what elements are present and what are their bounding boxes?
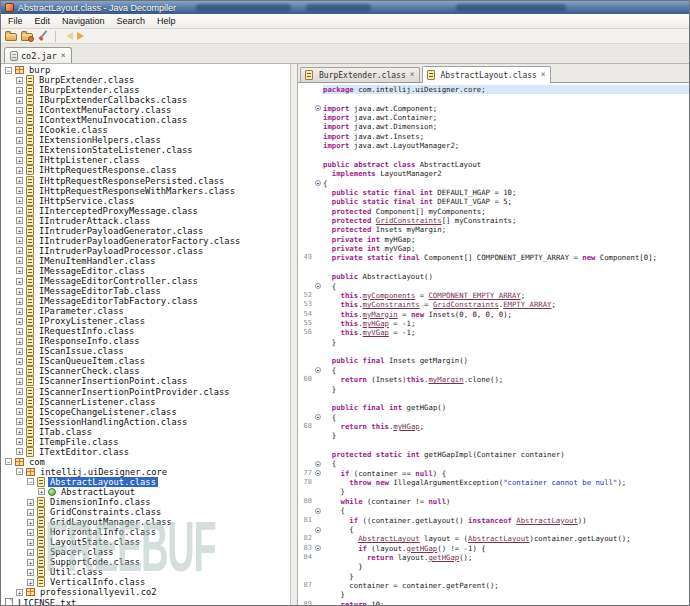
tree-item[interactable]: +IMessageEditorTab.class [1, 286, 290, 296]
tree-item[interactable]: +IParameter.class [1, 306, 290, 316]
tree-item[interactable]: +IBurpExtender.class [1, 85, 290, 95]
editor-tab[interactable]: AbstractLayout.class× [422, 66, 551, 83]
fold-marker-icon[interactable] [315, 470, 321, 476]
tree-item[interactable]: +IScopeChangeListener.class [1, 407, 290, 417]
expand-toggle-icon[interactable]: + [16, 207, 23, 214]
close-icon[interactable]: × [61, 52, 66, 60]
tree-item[interactable]: +professionallyevil.co2 [1, 587, 290, 597]
collapse-toggle-icon[interactable]: − [16, 468, 23, 475]
expand-toggle-icon[interactable]: + [27, 569, 34, 576]
tree-item[interactable]: +IMenuItemHandler.class [1, 256, 290, 266]
expand-toggle-icon[interactable]: + [27, 529, 34, 536]
expand-toggle-icon[interactable]: + [16, 227, 23, 234]
fold-marker-icon[interactable] [315, 283, 321, 289]
expand-toggle-icon[interactable]: + [16, 237, 23, 244]
expand-toggle-icon[interactable]: + [16, 87, 23, 94]
tree-item[interactable]: +IScanQueueItem.class [1, 356, 290, 366]
tree-item[interactable]: +AbstractLayout [1, 487, 290, 497]
tree-item[interactable]: −AbstractLayout.class [1, 477, 290, 487]
open-file-icon[interactable] [5, 33, 17, 41]
expand-toggle-icon[interactable]: + [16, 428, 23, 435]
tree-item[interactable]: +IResponseInfo.class [1, 336, 290, 346]
tree-item[interactable]: +IHttpService.class [1, 196, 290, 206]
collapse-toggle-icon[interactable]: − [27, 478, 34, 485]
tree-item[interactable]: −com [1, 457, 290, 467]
tree-item[interactable]: +IScannerListener.class [1, 397, 290, 407]
tree-item[interactable]: +SupportCode.class [1, 557, 290, 567]
expand-toggle-icon[interactable]: + [16, 157, 23, 164]
tree-item[interactable]: +IRequestInfo.class [1, 326, 290, 336]
tree-item[interactable]: +ITab.class [1, 427, 290, 437]
fold-marker-icon[interactable] [315, 461, 321, 467]
tree-item[interactable]: +ITempFile.class [1, 437, 290, 447]
expand-toggle-icon[interactable]: + [16, 418, 23, 425]
expand-toggle-icon[interactable]: + [16, 338, 23, 345]
tree-item[interactable]: +BurpExtender.class [1, 75, 290, 85]
expand-toggle-icon[interactable]: + [16, 368, 23, 375]
expand-toggle-icon[interactable]: + [16, 127, 23, 134]
tree-item[interactable]: +IContextMenuFactory.class [1, 105, 290, 115]
tree-item[interactable]: +GridConstraints.class [1, 507, 290, 517]
fold-marker-icon[interactable] [315, 180, 321, 186]
menu-search[interactable]: Search [111, 14, 152, 28]
fold-marker-icon[interactable] [315, 414, 321, 420]
tree-item[interactable]: +IMessageEditorController.class [1, 276, 290, 286]
tree-item[interactable]: +IContextMenuInvocation.class [1, 115, 290, 125]
menu-file[interactable]: File [2, 14, 29, 28]
expand-toggle-icon[interactable]: + [16, 147, 23, 154]
expand-toggle-icon[interactable]: + [16, 448, 23, 455]
expand-toggle-icon[interactable]: + [16, 318, 23, 325]
tree-item[interactable]: +ICookie.class [1, 125, 290, 135]
expand-toggle-icon[interactable]: + [16, 408, 23, 415]
tree-item[interactable]: +IHttpRequestResponseWithMarkers.class [1, 186, 290, 196]
tree-item[interactable]: +IInterceptedProxyMessage.class [1, 206, 290, 216]
close-icon[interactable]: × [410, 71, 415, 79]
tree-item[interactable]: +IHttpRequestResponse.class [1, 165, 290, 175]
tree-item[interactable]: +IProxyListener.class [1, 316, 290, 326]
tree-item[interactable]: +Spacer.class [1, 547, 290, 557]
expand-toggle-icon[interactable]: + [16, 378, 23, 385]
tree-item[interactable]: +IIntruderPayloadGenerator.class [1, 226, 290, 236]
tab-co2-jar[interactable]: co2.jar × [4, 47, 72, 63]
expand-toggle-icon[interactable]: + [27, 519, 34, 526]
expand-toggle-icon[interactable]: + [16, 298, 23, 305]
expand-toggle-icon[interactable]: + [27, 509, 34, 516]
expand-toggle-icon[interactable]: + [27, 499, 34, 506]
tree-item[interactable]: +IMessageEditorTabFactory.class [1, 296, 290, 306]
expand-toggle-icon[interactable]: + [16, 167, 23, 174]
back-icon[interactable] [62, 32, 73, 40]
tree-item[interactable]: +IIntruderPayloadProcessor.class [1, 246, 290, 256]
expand-toggle-icon[interactable]: + [16, 358, 23, 365]
expand-toggle-icon[interactable]: + [27, 549, 34, 556]
split-handle[interactable] [290, 64, 298, 605]
collapse-toggle-icon[interactable]: − [5, 67, 12, 74]
expand-toggle-icon[interactable]: + [16, 257, 23, 264]
tree-item[interactable]: +Util.class [1, 567, 290, 577]
editor-tab[interactable]: BurpExtender.class× [300, 67, 420, 82]
close-icon[interactable]: × [541, 71, 546, 79]
expand-toggle-icon[interactable]: + [16, 107, 23, 114]
expand-toggle-icon[interactable]: + [16, 328, 23, 335]
tree-item[interactable]: +HorizontalInfo.class [1, 527, 290, 537]
tree-item[interactable]: +LayoutState.class [1, 537, 290, 547]
expand-toggle-icon[interactable]: + [16, 137, 23, 144]
tree-item[interactable]: +DimensionInfo.class [1, 497, 290, 507]
expand-toggle-icon[interactable]: + [16, 77, 23, 84]
forward-icon[interactable] [77, 32, 88, 40]
expand-toggle-icon[interactable]: + [27, 539, 34, 546]
fold-marker-icon[interactable] [315, 527, 321, 533]
tree-item[interactable]: +ISessionHandlingAction.class [1, 417, 290, 427]
tree-item[interactable]: +IScannerInsertionPoint.class [1, 376, 290, 386]
tree-item[interactable]: +IScannerCheck.class [1, 366, 290, 376]
tree-item[interactable]: +IScannerInsertionPointProvider.class [1, 387, 290, 397]
menu-edit[interactable]: Edit [29, 14, 57, 28]
fold-marker-icon[interactable] [315, 508, 321, 514]
fold-marker-icon[interactable] [315, 367, 321, 373]
expand-toggle-icon[interactable]: + [38, 488, 45, 495]
expand-toggle-icon[interactable]: + [16, 187, 23, 194]
tree-item[interactable]: +GridLayoutManager.class [1, 517, 290, 527]
expand-toggle-icon[interactable]: + [16, 589, 23, 596]
tree-item[interactable]: +IMessageEditor.class [1, 266, 290, 276]
tree-item[interactable]: +IIntruderAttack.class [1, 216, 290, 226]
tree-item[interactable]: +ITextEditor.class [1, 447, 290, 457]
